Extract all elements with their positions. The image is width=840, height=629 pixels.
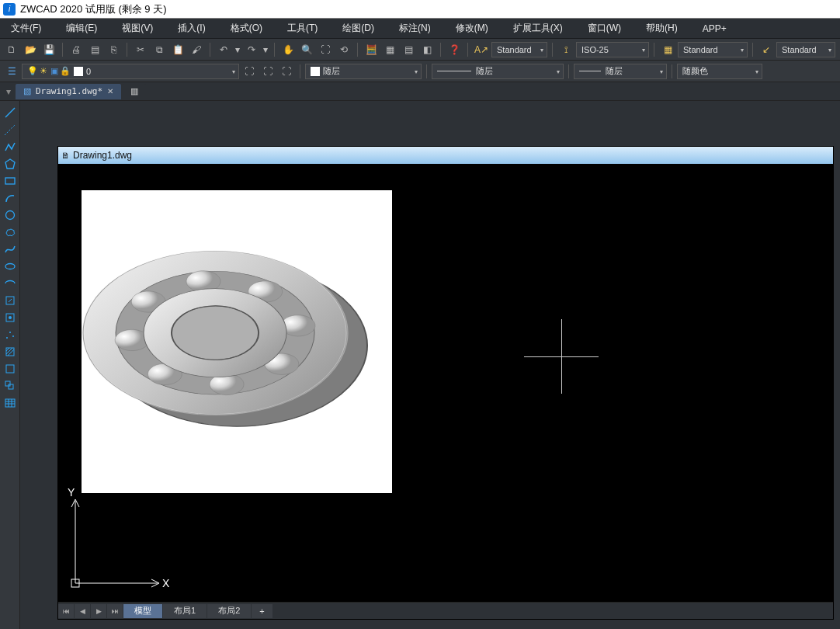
arc-tool[interactable] <box>3 191 17 205</box>
menu-express[interactable]: 扩展工具(X) <box>509 19 568 37</box>
svg-rect-17 <box>5 381 10 386</box>
region-tool[interactable] <box>3 379 17 393</box>
lineweight-dropdown[interactable]: 随层 <box>574 64 667 79</box>
zoom-previous-button[interactable]: ⟲ <box>335 41 352 58</box>
save-button[interactable]: 💾 <box>40 41 57 58</box>
revcloud-tool[interactable] <box>3 225 17 239</box>
print-button[interactable]: 🖨 <box>68 41 85 58</box>
tabs-dropdown[interactable]: ▾ <box>3 83 14 100</box>
menu-file[interactable]: 文件(F) <box>6 19 46 37</box>
ellipse-tool[interactable] <box>3 259 17 273</box>
layout-tab-model[interactable]: 模型 <box>123 604 162 618</box>
paste-button[interactable]: 📋 <box>169 41 186 58</box>
spline-tool[interactable] <box>3 242 17 256</box>
layer-dropdown[interactable]: 💡 ☀ ▣ 🔒 0 <box>22 64 239 79</box>
mleader-style-dropdown[interactable]: Standard <box>776 42 835 57</box>
point-tool[interactable] <box>3 328 17 342</box>
rectangle-tool[interactable] <box>3 174 17 188</box>
menu-view[interactable]: 视图(V) <box>117 19 158 37</box>
undo-dropdown[interactable]: ▾ <box>234 41 241 58</box>
separator <box>300 64 300 78</box>
text-style-dropdown[interactable]: Standard <box>491 42 547 57</box>
plotstyle-dropdown[interactable]: 随颜色 <box>677 64 762 79</box>
menu-insert[interactable]: 插入(I) <box>173 19 210 37</box>
layout-nav-last[interactable]: ⏭ <box>107 604 123 618</box>
textstyle-icon[interactable]: A↗ <box>473 41 490 58</box>
layout-nav-first[interactable]: ⏮ <box>58 604 74 618</box>
print-preview-button[interactable]: ▤ <box>86 41 103 58</box>
color-dropdown[interactable]: 随层 <box>305 64 422 79</box>
separator <box>654 43 654 57</box>
properties-button[interactable]: ▦ <box>381 41 398 58</box>
linetype-dropdown[interactable]: 随层 <box>432 64 564 79</box>
gradient-tool[interactable] <box>3 362 17 376</box>
new-tab-button[interactable]: ▥ <box>123 84 146 99</box>
table-tool[interactable] <box>3 396 17 410</box>
menu-modify[interactable]: 修改(M) <box>451 19 493 37</box>
layer-previous-button[interactable]: ⛶ <box>241 63 258 80</box>
line-tool[interactable] <box>3 106 17 120</box>
document-window-titlebar[interactable]: 🗎 Drawing1.dwg <box>58 147 833 164</box>
cut-button[interactable]: ✂ <box>132 41 149 58</box>
dimstyle-icon[interactable]: ⟟ <box>557 41 574 58</box>
make-block-tool[interactable] <box>3 311 17 325</box>
layer-state-button[interactable]: ⛶ <box>259 63 276 80</box>
layout-tab-2[interactable]: 布局2 <box>207 604 251 618</box>
layout-tab-add[interactable]: + <box>252 604 272 618</box>
tool-palettes-button[interactable]: ◧ <box>418 41 436 58</box>
polygon-tool[interactable] <box>3 157 17 171</box>
design-center-button[interactable]: ▤ <box>400 41 417 58</box>
ellipse-arc-tool[interactable] <box>3 276 17 290</box>
zoom-window-button[interactable]: ⛶ <box>317 41 334 58</box>
pan-button[interactable]: ✋ <box>279 41 297 58</box>
svg-rect-12 <box>6 348 14 356</box>
calc-button[interactable]: 🧮 <box>363 41 380 58</box>
menu-format[interactable]: 格式(O) <box>226 19 267 37</box>
matchprop-button[interactable]: 🖌 <box>188 41 205 58</box>
polyline-tool[interactable] <box>3 140 17 154</box>
menu-tools[interactable]: 工具(T) <box>283 19 322 37</box>
menu-app[interactable]: APP+ <box>698 21 731 36</box>
layout-tab-1[interactable]: 布局1 <box>163 604 207 618</box>
menu-edit[interactable]: 编辑(E) <box>61 19 102 37</box>
layout-nav-next[interactable]: ▶ <box>91 604 106 618</box>
menu-dimension[interactable]: 标注(N) <box>394 19 436 37</box>
mleaderstyle-icon[interactable]: ↙ <box>758 41 775 58</box>
dim-style-dropdown[interactable]: ISO-25 <box>576 42 649 57</box>
redo-dropdown[interactable]: ▾ <box>262 41 269 58</box>
open-button[interactable]: 📂 <box>22 41 39 58</box>
document-tab-active[interactable]: ▧ Drawing1.dwg* ✕ <box>16 84 121 99</box>
menu-draw[interactable]: 绘图(D) <box>338 19 379 37</box>
svg-rect-19 <box>5 399 15 407</box>
svg-line-13 <box>6 348 9 351</box>
table-style-dropdown[interactable]: Standard <box>678 42 748 57</box>
text-style-value: Standard <box>497 45 532 54</box>
help-button[interactable]: ❓ <box>446 41 463 58</box>
xline-tool[interactable] <box>3 123 17 137</box>
circle-tool[interactable] <box>3 208 17 222</box>
menu-help[interactable]: 帮助(H) <box>641 19 682 37</box>
publish-button[interactable]: ⎘ <box>105 41 122 58</box>
separator <box>752 43 753 57</box>
ucs-x-label: X <box>162 577 170 589</box>
layer-manager-button[interactable]: ☰ <box>3 63 20 80</box>
layout-tab-model-label: 模型 <box>134 605 151 617</box>
undo-button[interactable]: ↶ <box>215 41 232 58</box>
mleader-style-value: Standard <box>782 45 817 54</box>
redo-button[interactable]: ↷ <box>243 41 260 58</box>
hatch-tool[interactable] <box>3 345 17 359</box>
close-tab-button[interactable]: ✕ <box>107 87 113 96</box>
zoom-realtime-button[interactable]: 🔍 <box>298 41 315 58</box>
drawing-canvas[interactable]: Y X <box>58 164 833 602</box>
layout-nav-prev[interactable]: ◀ <box>75 604 90 618</box>
tablestyle-icon[interactable]: ▦ <box>659 41 676 58</box>
insert-block-tool[interactable] <box>3 294 17 308</box>
new-button[interactable]: 🗋 <box>3 41 20 58</box>
copy-button[interactable]: ⧉ <box>151 41 168 58</box>
document-window[interactable]: 🗎 Drawing1.dwg <box>57 146 834 620</box>
menubar: 文件(F) 编辑(E) 视图(V) 插入(I) 格式(O) 工具(T) 绘图(D… <box>0 19 840 39</box>
window-titlebar: i ZWCAD 2020 试用版 (剩余 9 天) <box>0 0 840 19</box>
layer-iso-button[interactable]: ⛶ <box>278 63 295 80</box>
menu-window[interactable]: 窗口(W) <box>583 19 626 37</box>
pan-icon: ✋ <box>283 44 294 55</box>
